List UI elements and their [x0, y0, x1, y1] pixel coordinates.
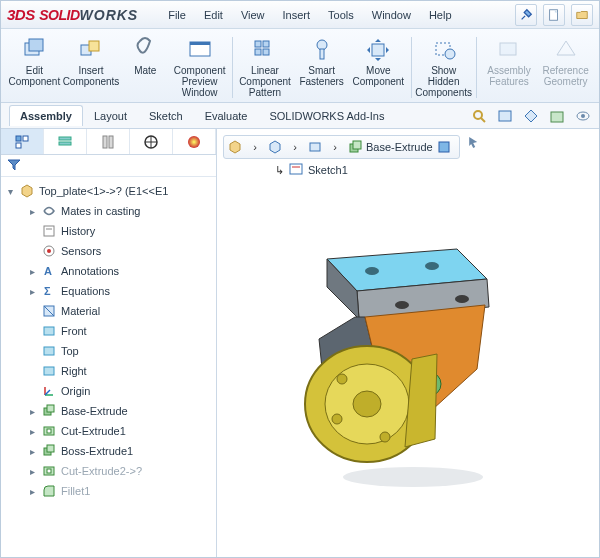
svg-rect-58: [353, 141, 361, 149]
expand-icon[interactable]: ▸: [27, 266, 37, 277]
svg-point-15: [445, 49, 455, 59]
tree-item-icon: [41, 343, 57, 359]
svg-point-74: [343, 467, 483, 487]
collapse-icon[interactable]: ▾: [5, 186, 15, 197]
tree-item[interactable]: ▸Base-Extrude: [1, 401, 216, 421]
ribbon-insert-components[interactable]: Insert Components: [64, 33, 119, 102]
ribbon-mate[interactable]: Mate: [120, 33, 170, 102]
scene-icon[interactable]: [547, 106, 567, 126]
tree-item[interactable]: ▸Mates in casting: [1, 201, 216, 221]
expand-icon[interactable]: ▸: [27, 406, 37, 417]
menu-help[interactable]: Help: [421, 6, 460, 24]
pin-icon[interactable]: [515, 4, 537, 26]
menu-insert[interactable]: Insert: [275, 6, 319, 24]
svg-rect-16: [500, 43, 516, 55]
tree-item[interactable]: Front: [1, 321, 216, 341]
svg-rect-49: [47, 405, 54, 412]
svg-point-73: [380, 432, 390, 442]
menu-bar: File Edit View Insert Tools Window Help: [160, 6, 459, 24]
tree-item[interactable]: ▸Cut-Extrude1: [1, 421, 216, 441]
ribbon-label: Reference Geometry: [543, 65, 589, 87]
new-doc-icon[interactable]: [543, 4, 565, 26]
menu-tools[interactable]: Tools: [320, 6, 362, 24]
svg-rect-51: [47, 429, 51, 433]
fm-tab-display-icon[interactable]: [173, 129, 216, 154]
menu-view[interactable]: View: [233, 6, 273, 24]
tree-root-label[interactable]: Top_plate<1>->? (E1<<E1: [39, 185, 168, 197]
ribbon-move-component[interactable]: Move Component: [351, 33, 406, 102]
svg-rect-55: [47, 469, 51, 473]
tree-item[interactable]: ▸ΣEquations: [1, 281, 216, 301]
tab-evaluate[interactable]: Evaluate: [194, 105, 259, 126]
tree-item[interactable]: ▸Boss-Extrude1: [1, 441, 216, 461]
fm-tab-tree-icon[interactable]: [1, 129, 44, 154]
fm-tab-property-icon[interactable]: [44, 129, 87, 154]
tree-item-label: Origin: [61, 385, 90, 397]
svg-text:Σ: Σ: [44, 285, 51, 297]
tree-item-label: Cut-Extrude2->?: [61, 465, 142, 477]
expand-icon[interactable]: ▸: [27, 486, 37, 497]
expand-icon[interactable]: ▸: [27, 286, 37, 297]
tree-item-label: Mates in casting: [61, 205, 140, 217]
fm-tab-dimxpert-icon[interactable]: [130, 129, 173, 154]
menu-file[interactable]: File: [160, 6, 194, 24]
part-icon: [19, 183, 35, 199]
expand-icon[interactable]: ▸: [27, 206, 37, 217]
expand-icon[interactable]: ▸: [27, 426, 37, 437]
feature-tree[interactable]: ▾ Top_plate<1>->? (E1<<E1 ▸Mates in cast…: [1, 177, 216, 557]
tree-item[interactable]: History: [1, 221, 216, 241]
tree-item[interactable]: Top: [1, 341, 216, 361]
expand-icon[interactable]: ▸: [27, 446, 37, 457]
tree-item-icon: [41, 323, 57, 339]
assembly-icon[interactable]: [226, 138, 244, 156]
title-bar: 3DS SOLIDWORKS File Edit View Insert Too…: [1, 1, 599, 29]
svg-rect-59: [439, 142, 449, 152]
select-icon[interactable]: [464, 133, 482, 151]
graphics-viewport[interactable]: › › › Base-Extrude ↳ Sketch1: [217, 129, 599, 557]
search-icon[interactable]: [469, 106, 489, 126]
child-arrow-icon: ↳: [275, 164, 284, 177]
menu-window[interactable]: Window: [364, 6, 419, 24]
face-highlight-icon[interactable]: [435, 138, 453, 156]
ribbon-edit-component[interactable]: Edit Component: [7, 33, 62, 102]
breadcrumb-sketch[interactable]: Sketch1: [308, 164, 348, 176]
section-view-icon[interactable]: [521, 106, 541, 126]
ribbon-component-preview[interactable]: Component Preview Window: [172, 33, 227, 102]
hide-show-icon[interactable]: [573, 106, 593, 126]
tree-item-icon: [41, 403, 57, 419]
display-style-icon[interactable]: [495, 106, 515, 126]
part-icon[interactable]: [266, 138, 284, 156]
tree-item[interactable]: Sensors: [1, 241, 216, 261]
ribbon-linear-pattern[interactable]: Linear Component Pattern: [238, 33, 293, 102]
tab-addins[interactable]: SOLIDWORKS Add-Ins: [258, 105, 395, 126]
menu-edit[interactable]: Edit: [196, 6, 231, 24]
tab-sketch[interactable]: Sketch: [138, 105, 194, 126]
filter-icon[interactable]: [7, 158, 21, 174]
svg-rect-12: [320, 49, 324, 59]
tab-layout[interactable]: Layout: [83, 105, 138, 126]
svg-rect-8: [263, 41, 269, 47]
app-logo: 3DS SOLIDWORKS: [7, 6, 138, 23]
ribbon-show-hidden[interactable]: Show Hidden Components: [416, 33, 471, 102]
tree-item-label: Cut-Extrude1: [61, 425, 126, 437]
tree-item[interactable]: Material: [1, 301, 216, 321]
ribbon-smart-fasteners[interactable]: Smart Fasteners: [294, 33, 349, 102]
tree-item[interactable]: ▸Cut-Extrude2->?: [1, 461, 216, 481]
tree-item[interactable]: Origin: [1, 381, 216, 401]
body-icon[interactable]: [306, 138, 324, 156]
tree-item[interactable]: Right: [1, 361, 216, 381]
svg-rect-28: [103, 136, 107, 148]
svg-rect-42: [44, 327, 54, 335]
tree-item[interactable]: ▸Fillet1: [1, 481, 216, 501]
breadcrumb-feature[interactable]: Base-Extrude: [366, 141, 433, 153]
ribbon-label: Component Preview Window: [174, 65, 226, 98]
open-icon[interactable]: [571, 4, 593, 26]
ribbon-assembly-features[interactable]: Assembly Features: [482, 33, 537, 102]
ribbon-reference-geometry[interactable]: Reference Geometry: [538, 33, 593, 102]
tab-assembly[interactable]: Assembly: [9, 105, 83, 126]
chevron-right-icon: ›: [286, 138, 304, 156]
svg-rect-19: [499, 111, 511, 121]
tree-item[interactable]: ▸AAnnotations: [1, 261, 216, 281]
fm-tab-config-icon[interactable]: [87, 129, 130, 154]
expand-icon[interactable]: ▸: [27, 466, 37, 477]
